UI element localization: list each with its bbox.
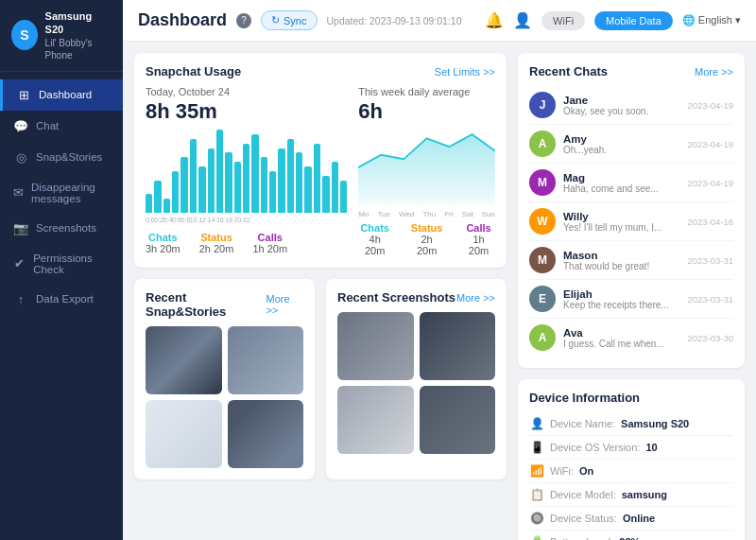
- sidebar-item-data-export[interactable]: ↑Data Export: [0, 284, 123, 315]
- bar-label-6: 12: [198, 217, 205, 223]
- sc-thumb-2[interactable]: [420, 312, 496, 380]
- chat-info: Mag Haha, come and see...: [563, 172, 679, 194]
- bar-13: [261, 157, 267, 213]
- bottom-row: Recent Snap&Stories More >> Recent Scree…: [134, 279, 507, 479]
- chat-info: Mason That would be great!: [563, 250, 679, 271]
- device-value: Samsung S20: [621, 418, 689, 429]
- device-item: 📋 Device Model: samsung: [529, 483, 733, 507]
- bar-label-14: [269, 217, 276, 223]
- chats-card-title: Recent Chats: [529, 64, 608, 78]
- device-label: WiFi:: [550, 465, 574, 477]
- device-label: Device OS Version:: [550, 442, 640, 453]
- area-label: Fri: [444, 210, 453, 218]
- mobile-data-button[interactable]: Mobile Data: [594, 11, 673, 30]
- avatar-ava: A: [529, 324, 556, 351]
- area-label: Tue: [377, 210, 390, 218]
- stat-weekly-chats: Chats4h 20m: [358, 222, 391, 256]
- sidebar-item-permissions[interactable]: ✔Permissions Check: [0, 244, 123, 284]
- chat-name: Mag: [563, 172, 679, 183]
- device-icon: 📋: [529, 488, 544, 501]
- sidebar-item-snap-stories[interactable]: ◎Snap&Stories: [0, 142, 123, 173]
- sc-thumb-3[interactable]: [337, 386, 414, 454]
- chat-item-willy[interactable]: W Willy Yes! I'll tell my mum, I... 2023…: [529, 202, 733, 241]
- chat-name: Jane: [563, 95, 679, 106]
- stat-weekly-status: Status2h 20m: [410, 222, 443, 256]
- chat-item-mag[interactable]: M Mag Haha, come and see... 2023-04-19: [529, 164, 733, 202]
- chat-item-jane[interactable]: J Jane Okay, see you soon. 2023-04-19: [529, 86, 733, 125]
- snap-thumb-2[interactable]: [228, 326, 304, 394]
- bar-label-2: 0:4: [163, 217, 170, 223]
- sidebar: S Samsung S20 Lil' Bobby's Phone ⊞Dashbo…: [0, 0, 123, 540]
- sidebar-item-disappearing[interactable]: ✉Disappearing messages: [0, 173, 123, 213]
- stat-today-calls: Calls1h 20m: [252, 232, 287, 254]
- content-area: Snapchat Usage Set Limits >> Today, Octo…: [123, 42, 756, 540]
- avatar-elijah: E: [529, 286, 556, 312]
- set-limits-link[interactable]: Set Limits >>: [435, 66, 495, 78]
- area-labels: MoTueWedThuFriSatSun: [358, 210, 495, 218]
- bar-5: [190, 139, 197, 213]
- sc-thumb-4[interactable]: [420, 386, 496, 454]
- chat-icon: 💬: [13, 119, 28, 133]
- snap-thumb-3[interactable]: [146, 400, 222, 468]
- bar-7: [208, 148, 215, 213]
- bar-10: [234, 162, 241, 213]
- chat-item-amy[interactable]: A Amy Oh...yeah. 2023-04-19: [529, 125, 733, 164]
- bar-label-4: 0:8: [180, 217, 187, 223]
- sidebar-item-screenshots[interactable]: 📷Screenshots: [0, 213, 123, 244]
- chat-preview: That would be great!: [563, 261, 679, 271]
- device-label: Device Status:: [550, 513, 617, 524]
- chats-more-link[interactable]: More >>: [695, 66, 733, 78]
- area-label: Sun: [482, 210, 495, 218]
- sidebar-item-dashboard[interactable]: ⊞Dashboard: [0, 79, 123, 111]
- sidebar-label: Chat: [36, 120, 59, 131]
- chat-date: 2023-04-19: [687, 139, 733, 149]
- chat-preview: Keep the receipts there...: [563, 300, 679, 310]
- snap-thumb-1[interactable]: [146, 326, 222, 394]
- sidebar-label: Snap&Stories: [36, 151, 102, 163]
- device-label: Device Model:: [550, 489, 616, 500]
- user-icon[interactable]: 👤: [513, 11, 532, 29]
- bar-label-18: [304, 217, 311, 223]
- device-value: On: [579, 465, 593, 477]
- area-chart-container: MoTueWedThuFriSatSun: [358, 130, 495, 215]
- sidebar-label: Permissions Check: [33, 253, 110, 275]
- device-item: 📶 WiFi: On: [529, 460, 733, 483]
- chat-preview: Haha, come and see...: [563, 183, 679, 194]
- snap-thumb-4[interactable]: [228, 400, 304, 468]
- chat-item-mason[interactable]: M Mason That would be great! 2023-03-31: [529, 241, 733, 280]
- snap-more-link[interactable]: More >>: [266, 293, 303, 316]
- chat-item-ava[interactable]: A Ava I guess. Call me when... 2023-03-3…: [529, 319, 733, 357]
- chat-preview: Yes! I'll tell my mum, I...: [563, 222, 679, 233]
- sc-more-link[interactable]: More >>: [456, 292, 495, 304]
- sidebar-item-chat[interactable]: 💬Chat: [0, 111, 123, 142]
- sidebar-logo: S Samsung S20 Lil' Bobby's Phone: [0, 0, 123, 72]
- bell-icon[interactable]: 🔔: [485, 11, 504, 29]
- sidebar-label: Dashboard: [39, 89, 92, 100]
- chat-date: 2023-03-31: [687, 255, 733, 266]
- topbar-left: Dashboard ? ↻ Sync Updated: 2023-09-13 0…: [138, 10, 462, 30]
- content-right: Recent Chats More >> J Jane Okay, see yo…: [518, 53, 745, 529]
- help-icon[interactable]: ?: [236, 13, 251, 28]
- bar-3: [172, 171, 179, 213]
- sc-media-grid: [337, 312, 495, 454]
- chat-name: Ava: [563, 327, 679, 339]
- language-select[interactable]: 🌐 English ▾: [682, 14, 741, 26]
- content-left: Snapchat Usage Set Limits >> Today, Octo…: [134, 53, 507, 529]
- snap-stories-icon: ◎: [13, 150, 28, 165]
- bar-22: [340, 181, 347, 213]
- device-label: Battery Level:: [550, 536, 613, 540]
- bar-12: [251, 134, 258, 213]
- bar-20: [322, 176, 329, 213]
- sc-thumb-1[interactable]: [337, 312, 414, 380]
- bar-9: [225, 152, 232, 213]
- chat-name: Willy: [563, 211, 679, 222]
- device-icon: 🔋: [529, 535, 544, 540]
- area-label: Thu: [422, 210, 436, 218]
- device-card-header: Device Information: [529, 391, 733, 405]
- chat-item-elijah[interactable]: E Elijah Keep the receipts there... 2023…: [529, 280, 733, 319]
- avatar-amy: A: [529, 131, 556, 157]
- wifi-button[interactable]: WiFi: [541, 11, 585, 30]
- bar-2: [163, 199, 170, 213]
- sync-button[interactable]: ↻ Sync: [261, 10, 317, 30]
- sync-icon: ↻: [271, 14, 280, 26]
